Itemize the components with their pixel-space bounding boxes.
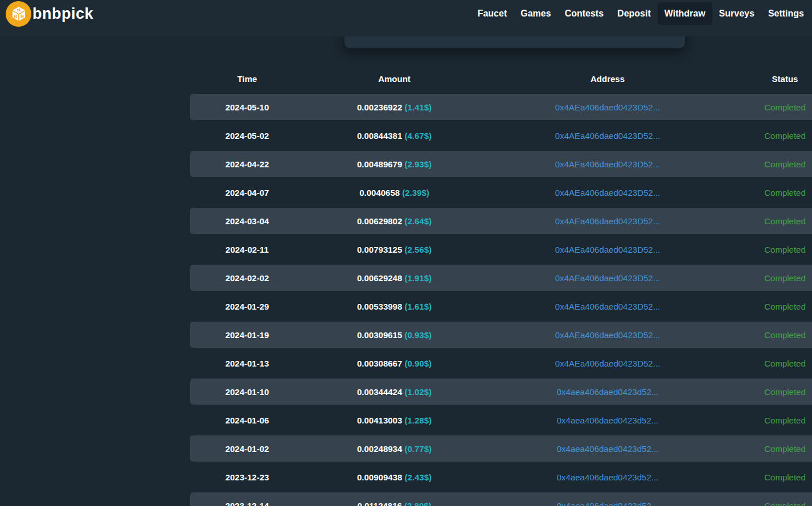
status-cell: Completed	[731, 302, 812, 311]
table-row: 2024-01-130.00308667 (0.90$)0x4AEa406dae…	[190, 349, 812, 377]
address-link[interactable]: 0x4aea406daed0423d52...	[557, 501, 659, 506]
amount-usd: (0.90$)	[404, 359, 432, 368]
brand[interactable]: N B B bnbpick	[6, 0, 93, 27]
address-link[interactable]: 0x4AEa406daed0423D52...	[555, 273, 660, 283]
amount-value: 0.00533998	[357, 302, 402, 311]
nav-item-contests[interactable]: Contests	[558, 2, 610, 25]
amount-usd: (2.56$)	[404, 245, 432, 254]
brand-name[interactable]: bnbpick	[32, 5, 93, 23]
address-cell: 0x4AEa406daed0423D52...	[485, 330, 731, 340]
amount-usd: (1.61$)	[404, 302, 432, 311]
status-cell: Completed	[731, 472, 812, 482]
status-badge: Completed	[764, 216, 806, 226]
address-link[interactable]: 0x4AEa406daed0423D52...	[555, 359, 660, 368]
status-cell: Completed	[731, 131, 812, 141]
column-header-time: Time	[190, 74, 304, 84]
status-cell: Completed	[731, 387, 812, 397]
time-cell: 2024-01-06	[190, 416, 304, 425]
address-link[interactable]: 0x4AEa406daed0423D52...	[555, 131, 660, 141]
time-cell: 2024-05-02	[190, 131, 304, 141]
amount-usd: (2.80$)	[404, 501, 432, 506]
address-cell: 0x4AEa406daed0423D52...	[485, 131, 731, 141]
amount-cell: 0.00489679 (2.93$)	[304, 159, 485, 169]
table-row: 2024-04-220.00489679 (2.93$)0x4AEa406dae…	[190, 150, 812, 178]
nav-item-withdraw[interactable]: Withdraw	[658, 2, 712, 25]
nav-item-settings[interactable]: Settings	[761, 2, 811, 25]
amount-usd: (1.02$)	[404, 387, 432, 397]
svg-text:B: B	[20, 14, 23, 19]
status-cell: Completed	[731, 216, 812, 226]
time-cell: 2024-02-11	[190, 245, 304, 254]
table-row: 2024-05-100.00236922 (1.41$)0x4AEa406dae…	[190, 93, 812, 121]
status-badge: Completed	[764, 131, 806, 141]
address-link[interactable]: 0x4aea406daed0423d52...	[557, 472, 659, 482]
address-link[interactable]: 0x4aea406daed0423d52...	[557, 416, 659, 425]
amount-cell: 0.00793125 (2.56$)	[304, 245, 485, 254]
nav-item-faucet[interactable]: Faucet	[471, 2, 514, 25]
status-cell: Completed	[731, 501, 812, 506]
status-badge: Completed	[764, 444, 806, 454]
address-link[interactable]: 0x4AEa406daed0423D52...	[555, 302, 660, 311]
address-link[interactable]: 0x4AEa406daed0423D52...	[555, 245, 660, 254]
address-cell: 0x4AEa406daed0423D52...	[485, 359, 731, 368]
status-cell: Completed	[731, 444, 812, 454]
amount-value: 0.00344424	[357, 387, 402, 397]
nav-item-deposit[interactable]: Deposit	[610, 2, 658, 25]
table-row: 2023-12-230.00909438 (2.43$)0x4aea406dae…	[190, 463, 812, 491]
address-link[interactable]: 0x4aea406daed0423d52...	[557, 387, 659, 397]
time-cell: 2024-01-10	[190, 387, 304, 397]
status-cell: Completed	[731, 416, 812, 425]
amount-cell: 0.00309615 (0.93$)	[304, 330, 485, 340]
amount-usd: (2.43$)	[404, 472, 432, 482]
address-cell: 0x4AEa406daed0423D52...	[485, 102, 731, 112]
amount-usd: (2.39$)	[402, 188, 429, 198]
amount-value: 0.01124816	[357, 501, 401, 506]
status-cell: Completed	[731, 273, 812, 283]
address-link[interactable]: 0x4AEa406daed0423D52...	[555, 330, 660, 340]
status-badge: Completed	[764, 273, 806, 283]
amount-usd: (0.77$)	[404, 444, 432, 454]
amount-cell: 0.0040658 (2.39$)	[304, 188, 485, 198]
table-row: 2024-01-020.00248934 (0.77$)0x4aea406dae…	[190, 434, 812, 463]
status-badge: Completed	[764, 159, 806, 169]
amount-value: 0.00236922	[357, 102, 402, 112]
address-link[interactable]: 0x4AEa406daed0423D52...	[555, 216, 660, 226]
main-nav: FaucetGamesContestsDepositWithdrawSurvey…	[471, 0, 811, 27]
address-link[interactable]: 0x4aea406daed0423d52...	[557, 444, 659, 454]
amount-value: 0.00629802	[357, 216, 402, 226]
table-row: 2024-02-110.00793125 (2.56$)0x4AEa406dae…	[190, 235, 812, 264]
status-cell: Completed	[731, 159, 812, 169]
status-cell: Completed	[731, 359, 812, 368]
status-badge: Completed	[764, 387, 806, 397]
amount-value: 0.00793125	[357, 245, 402, 254]
table-row: 2024-01-190.00309615 (0.93$)0x4AEa406dae…	[190, 320, 812, 349]
address-link[interactable]: 0x4AEa406daed0423D52...	[555, 188, 660, 198]
time-cell: 2024-01-02	[190, 444, 304, 454]
amount-usd: (4.67$)	[404, 131, 432, 141]
status-badge: Completed	[764, 245, 806, 254]
amount-value: 0.00413003	[357, 416, 402, 425]
status-cell: Completed	[731, 102, 812, 112]
address-cell: 0x4AEa406daed0423D52...	[485, 245, 731, 254]
time-cell: 2024-01-13	[190, 359, 304, 368]
time-cell: 2024-01-29	[190, 302, 304, 311]
table-row: 2024-02-020.00629248 (1.91$)0x4AEa406dae…	[190, 264, 812, 292]
status-cell: Completed	[731, 330, 812, 340]
address-cell: 0x4aea406daed0423d52...	[485, 444, 731, 454]
status-badge: Completed	[764, 501, 806, 506]
nav-item-surveys[interactable]: Surveys	[712, 2, 761, 25]
amount-cell: 0.00909438 (2.43$)	[304, 472, 485, 482]
address-link[interactable]: 0x4AEa406daed0423D52...	[555, 159, 660, 169]
amount-value: 0.00489679	[357, 159, 402, 169]
address-link[interactable]: 0x4AEa406daed0423D52...	[555, 102, 660, 112]
amount-usd: (1.41$)	[404, 102, 432, 112]
address-cell: 0x4AEa406daed0423D52...	[485, 188, 731, 198]
status-badge: Completed	[764, 188, 806, 198]
time-cell: 2024-03-04	[190, 216, 304, 226]
amount-value: 0.00308667	[357, 359, 402, 368]
amount-value: 0.00909438	[357, 472, 402, 482]
amount-cell: 0.00533998 (1.61$)	[304, 302, 485, 311]
table-row: 2024-01-290.00533998 (1.61$)0x4AEa406dae…	[190, 292, 812, 320]
table-row: 2024-05-020.00844381 (4.67$)0x4AEa406dae…	[190, 121, 812, 150]
nav-item-games[interactable]: Games	[514, 2, 557, 25]
